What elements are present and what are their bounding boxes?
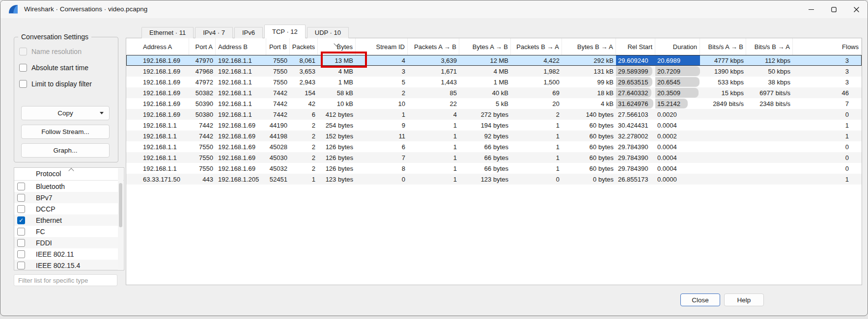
protocol-item-bpv7[interactable]: BPv7 (14, 192, 118, 203)
table-row[interactable]: 192.168.1.6950390192.168.1.174424210 kB1… (126, 98, 862, 109)
checkbox-limit-to-display-filter[interactable]: Limit to display filter (19, 80, 92, 88)
tab-udp-10[interactable]: UDP · 10 (307, 27, 349, 38)
column-header-packets[interactable]: Packets (290, 38, 318, 55)
cell-flows: 3 (793, 55, 862, 66)
protocol-filter-input[interactable] (14, 274, 117, 286)
table-row[interactable]: 192.168.1.17442192.168.1.69441982152 byt… (126, 131, 862, 141)
column-header-duration[interactable]: Duration (655, 38, 700, 55)
table-row[interactable]: 192.168.1.6950380192.168.1.174426412 byt… (126, 109, 862, 120)
checkbox-icon[interactable] (17, 250, 25, 258)
cell-bits_ab (700, 174, 746, 185)
close-icon[interactable] (845, 0, 868, 18)
column-header-bits_ba[interactable]: Bits/s B → A (746, 38, 793, 55)
protocol-item-ethernet[interactable]: ✓Ethernet (14, 214, 118, 226)
protocol-item-label: IEEE 802.11 (36, 250, 74, 258)
cell-address_b: 192.168.1.1 (216, 109, 266, 120)
checkbox-icon[interactable] (17, 262, 25, 269)
follow-stream-button[interactable]: Follow Stream... (21, 125, 110, 139)
protocol-item-label: FC (36, 228, 45, 236)
cell-packets_ab: 1,443 (408, 77, 459, 87)
cell-stream_id: 7 (356, 152, 408, 163)
cell-bits_ab: 533 kbps (700, 77, 746, 87)
protocol-item-fc[interactable]: FC (14, 226, 118, 237)
cell-packets_ba: 69 (511, 87, 562, 98)
checkbox-absolute-start-time[interactable]: Absolute start time (19, 63, 92, 72)
checkbox-icon[interactable] (17, 194, 25, 202)
table-row[interactable]: 192.168.1.17550192.168.1.69450302126 byt… (126, 152, 862, 163)
table-row[interactable]: 192.168.1.6950382192.168.1.1744215458 kB… (126, 87, 862, 98)
protocol-list-header[interactable]: Protocol (14, 168, 124, 181)
cell-flows: 1 (793, 174, 862, 185)
column-header-port_b[interactable]: Port B (266, 38, 290, 55)
cell-bytes: 10 kB (318, 98, 356, 109)
cell-stream_id: 5 (356, 77, 408, 87)
protocol-item-bluetooth[interactable]: Bluetooth (14, 181, 118, 192)
cell-packets: 154 (290, 87, 318, 98)
column-header-label: Bits/s A → B (708, 43, 743, 51)
cell-rel_start: 29.784390 (616, 141, 655, 152)
table-row[interactable]: 192.168.1.17550192.168.1.69450322126 byt… (126, 163, 862, 174)
table-row[interactable]: 192.168.1.6947972192.168.1.175502,9431 M… (126, 77, 862, 87)
cell-address_a: 192.168.1.1 (126, 131, 189, 141)
maximize-icon[interactable] (822, 0, 845, 18)
column-header-packets_ba[interactable]: Packets B → A (511, 38, 562, 55)
cell-bytes: 126 bytes (318, 163, 356, 174)
tab-ipv4-7[interactable]: IPv4 · 7 (195, 27, 233, 38)
column-header-port_a[interactable]: Port A (189, 38, 216, 55)
checkbox-icon[interactable] (17, 205, 25, 213)
column-header-bytes_ba[interactable]: Bytes B → A (562, 38, 616, 55)
tab-ethernet-11[interactable]: Ethernet · 11 (141, 27, 194, 38)
column-header-address_b[interactable]: Address B (216, 38, 266, 55)
cell-bits_ab: 15 kbps (700, 87, 746, 98)
protocol-item-ieee-802-15-4[interactable]: IEEE 802.15.4 (14, 260, 118, 270)
cell-address_a: 192.168.1.1 (126, 141, 189, 152)
column-header-bits_ab[interactable]: Bits/s A → B (700, 38, 746, 55)
checkbox-icon[interactable] (19, 80, 27, 88)
checkbox-icon[interactable] (17, 228, 25, 236)
protocol-item-dccp[interactable]: DCCP (14, 203, 118, 214)
copy-button[interactable]: Copy (21, 106, 110, 120)
cell-bits_ba: 38 kbps (746, 77, 793, 87)
column-header-label: Rel Start (627, 43, 652, 51)
table-row[interactable]: 192.168.1.17442192.168.1.69441902254 byt… (126, 120, 862, 131)
checkbox-label: Limit to display filter (31, 80, 92, 88)
cell-address_b: 192.168.1.69 (216, 120, 266, 131)
checkbox-icon[interactable] (17, 183, 25, 190)
column-header-flows[interactable]: Flows (793, 38, 862, 55)
column-header-packets_ab[interactable]: Packets A → B (408, 38, 459, 55)
checkbox-icon[interactable] (17, 239, 25, 247)
table-row[interactable]: 63.33.171.50443192.168.1.205524511123 by… (126, 174, 862, 185)
protocol-item-fddi[interactable]: FDDI (14, 237, 118, 248)
tab-ipv6[interactable]: IPv6 (234, 27, 263, 38)
cell-packets_ba: 1 (511, 152, 562, 163)
close-button[interactable]: Close (680, 293, 720, 306)
tab-tcp-12[interactable]: TCP · 12 (264, 25, 306, 38)
cell-rel_start: 29.609240 (616, 55, 655, 66)
table-row[interactable]: 192.168.1.6947968192.168.1.175503,6534 M… (126, 66, 862, 77)
help-button[interactable]: Help (724, 293, 764, 306)
column-header-address_a[interactable]: Address A (126, 38, 189, 55)
cell-bytes: 123 bytes (318, 174, 356, 185)
cell-bytes_ba: 60 bytes (562, 141, 616, 152)
cell-bytes_ab: 123 bytes (459, 174, 511, 185)
cell-flows: 3 (793, 77, 862, 87)
checkbox-icon[interactable]: ✓ (17, 216, 25, 224)
cell-flows: 0 (793, 109, 862, 120)
cell-bits_ab (700, 141, 746, 152)
minimize-icon[interactable] (800, 0, 822, 18)
table-row[interactable]: 192.168.1.6947970192.168.1.175508,06113 … (126, 55, 862, 66)
protocol-list-scrollbar[interactable] (118, 168, 123, 269)
table-row[interactable]: 192.168.1.17550192.168.1.69450282126 byt… (126, 141, 862, 152)
column-header-rel_start[interactable]: Rel Start (616, 38, 655, 55)
cell-duration: 20.6989 (655, 55, 700, 66)
cell-bytes_ba: 140 bytes (562, 109, 616, 120)
cell-duration: 20.6545 (655, 77, 700, 87)
protocol-item-ieee-802-11[interactable]: IEEE 802.11 (14, 248, 118, 260)
cell-address_a: 192.168.1.1 (126, 163, 189, 174)
scrollbar-handle[interactable] (119, 183, 122, 227)
cell-port_b: 44198 (266, 131, 290, 141)
checkbox-icon[interactable] (19, 64, 27, 72)
graph-button[interactable]: Graph... (21, 143, 110, 158)
column-header-bytes_ab[interactable]: Bytes A → B (459, 38, 511, 55)
table-body: 192.168.1.6947970192.168.1.175508,06113 … (126, 55, 862, 285)
